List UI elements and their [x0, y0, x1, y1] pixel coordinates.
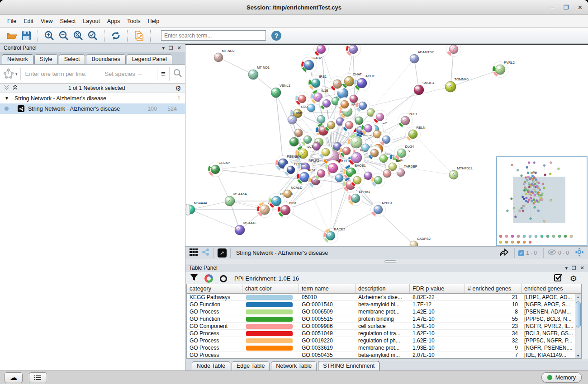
- network-node[interactable]: [307, 104, 315, 112]
- enrichment-row[interactable]: GO ProcessGO:0051049regulation of tra...…: [187, 330, 581, 337]
- network-node[interactable]: [294, 129, 303, 137]
- scroll-up-icon[interactable]: ▲: [575, 294, 581, 300]
- network-node[interactable]: [371, 173, 385, 187]
- network-node[interactable]: [351, 173, 365, 187]
- pan-tool-icon[interactable]: [574, 247, 584, 259]
- network-node[interactable]: [295, 92, 309, 106]
- network-node-apbb1[interactable]: APBB1: [371, 201, 393, 217]
- collapse-all-icon[interactable]: [4, 84, 9, 92]
- detach-view-icon[interactable]: ↗: [218, 248, 227, 258]
- menu-item-apps[interactable]: Apps: [104, 16, 124, 26]
- column-header[interactable]: chart color: [242, 284, 299, 293]
- tab-style[interactable]: Style: [34, 54, 58, 64]
- hidden-items-icon[interactable]: [547, 249, 556, 257]
- string-logo-dropdown[interactable]: ▾: [3, 68, 21, 80]
- export-network-icon[interactable]: [497, 248, 511, 258]
- copy-network-icon[interactable]: [133, 29, 145, 42]
- species-hint[interactable]: Set species →: [104, 70, 142, 77]
- enrichment-row[interactable]: GO FunctionGO:0001540beta-amyloid bi...1…: [187, 301, 581, 308]
- save-session-icon[interactable]: [20, 29, 33, 42]
- network-node-tardbp[interactable]: TARDBP: [397, 164, 417, 177]
- network-node[interactable]: [301, 133, 315, 147]
- open-session-icon[interactable]: [5, 29, 18, 42]
- network-options-gear-icon[interactable]: ⚙: [175, 85, 181, 92]
- column-header[interactable]: category: [187, 284, 242, 293]
- panel-float-icon[interactable]: ❐: [572, 266, 576, 271]
- network-node[interactable]: [350, 95, 358, 103]
- menu-item-layout[interactable]: Layout: [79, 16, 104, 26]
- filter-icon[interactable]: [190, 274, 198, 283]
- network-node[interactable]: [446, 45, 461, 57]
- network-canvas[interactable]: MT-ND2MT-ND1VSNL1GAB2ADAMTS2PVRL2TOMM40S…: [185, 44, 588, 246]
- zoom-selected-icon[interactable]: [86, 29, 99, 42]
- menu-item-view[interactable]: View: [37, 16, 57, 26]
- menu-item-edit[interactable]: Edit: [20, 16, 37, 26]
- network-node-vsnl1[interactable]: VSNL1: [271, 84, 290, 98]
- network-node-gab2[interactable]: GAB2: [301, 56, 322, 73]
- network-node-ache[interactable]: ACHE: [354, 74, 375, 91]
- birdseye-navigator[interactable]: [497, 157, 587, 246]
- menu-item-file[interactable]: File: [4, 16, 20, 26]
- tab-network-table[interactable]: Network Table: [271, 361, 317, 370]
- menu-item-help[interactable]: Help: [144, 16, 163, 26]
- zoom-fit-icon[interactable]: [72, 29, 85, 42]
- ring-chart-icon[interactable]: [220, 275, 227, 282]
- enrichment-settings-gear-icon[interactable]: ⚙: [570, 275, 577, 283]
- network-node-mthfd1l[interactable]: MTHFD1L: [449, 166, 473, 179]
- scrollbar-thumb[interactable]: [576, 301, 581, 328]
- network-node-pvrl2[interactable]: PVRL2: [493, 61, 515, 78]
- scroll-down-icon[interactable]: ▼: [575, 353, 581, 359]
- grid-view-icon[interactable]: [189, 248, 198, 258]
- network-node-ms4a6a[interactable]: MS4A6A: [225, 192, 247, 206]
- panel-close-icon[interactable]: ✕: [580, 266, 584, 271]
- collection-expand-icon[interactable]: ▼: [5, 96, 9, 101]
- close-button[interactable]: ✕: [578, 4, 583, 11]
- network-node[interactable]: [317, 115, 325, 123]
- menu-item-select[interactable]: Select: [57, 16, 80, 26]
- network-node-cadps2[interactable]: CADPS2: [410, 237, 431, 246]
- network-node[interactable]: [355, 117, 363, 125]
- network-node[interactable]: [379, 133, 394, 147]
- network-node-mt-nd2[interactable]: MT-ND2: [214, 49, 234, 62]
- string-term-input[interactable]: Enter one term per line. Set species →: [21, 70, 154, 77]
- menu-item-tools[interactable]: Tools: [123, 16, 144, 26]
- memory-button[interactable]: Memory: [541, 372, 582, 383]
- network-node[interactable]: [364, 172, 372, 180]
- network-node[interactable]: [379, 155, 388, 163]
- enrichment-row[interactable]: GO ProcessGO:0019220regulation of ph...1…: [187, 337, 581, 344]
- horizontal-splitter[interactable]: [185, 259, 588, 264]
- network-node-reln[interactable]: RELN: [406, 126, 426, 142]
- network-node[interactable]: [324, 118, 338, 132]
- column-header[interactable]: enriched genes: [522, 284, 581, 293]
- enrichment-row[interactable]: GO ProcessGO:0006509membrane prot...1.42…: [187, 308, 581, 315]
- column-header[interactable]: FDR p-value: [410, 284, 465, 293]
- tab-select[interactable]: Select: [59, 54, 85, 64]
- panel-splitter-handle[interactable]: [186, 204, 190, 215]
- network-node[interactable]: [342, 118, 356, 132]
- network-node[interactable]: [383, 169, 391, 178]
- query-search-icon[interactable]: [173, 69, 182, 80]
- search-input[interactable]: [161, 30, 266, 41]
- help-icon[interactable]: ?: [271, 31, 281, 41]
- tab-legend-panel[interactable]: Legend Panel: [127, 54, 172, 64]
- zoom-in-icon[interactable]: [43, 29, 56, 42]
- column-header[interactable]: term name: [299, 284, 356, 293]
- panel-menu-icon[interactable]: ▾: [162, 46, 165, 51]
- network-node[interactable]: [335, 174, 343, 182]
- zoom-out-icon[interactable]: [57, 29, 70, 42]
- cloud-tasks-button[interactable]: ☁: [5, 372, 23, 383]
- enrichment-row[interactable]: GO ProcessGO:0033619membrane prot...1.93…: [187, 344, 581, 351]
- select-all-check-icon[interactable]: [554, 273, 563, 284]
- minimize-button[interactable]: –: [551, 4, 554, 11]
- enrichment-row[interactable]: GO ComponentGO:0009986cell surface1.54E-…: [187, 323, 581, 330]
- enrichment-row[interactable]: GO FunctionGO:0005515protein binding1.47…: [187, 315, 581, 323]
- network-node[interactable]: [346, 45, 361, 57]
- network-node-phf1[interactable]: PHF1: [398, 112, 417, 128]
- tab-edge-table[interactable]: Edge Table: [232, 361, 270, 370]
- enrichment-row[interactable]: KEGG Pathways05010Alzheimer's dise...8.8…: [187, 294, 581, 301]
- tab-boundaries[interactable]: Boundaries: [86, 54, 125, 64]
- enrichment-row[interactable]: GO ProcessGO:0050435beta-amyloid m...2.0…: [187, 351, 581, 359]
- network-graph[interactable]: MT-ND2MT-ND1VSNL1GAB2ADAMTS2PVRL2TOMM40S…: [185, 45, 588, 246]
- task-history-button[interactable]: [29, 372, 47, 383]
- network-node-epha1[interactable]: EPHA1: [348, 190, 370, 206]
